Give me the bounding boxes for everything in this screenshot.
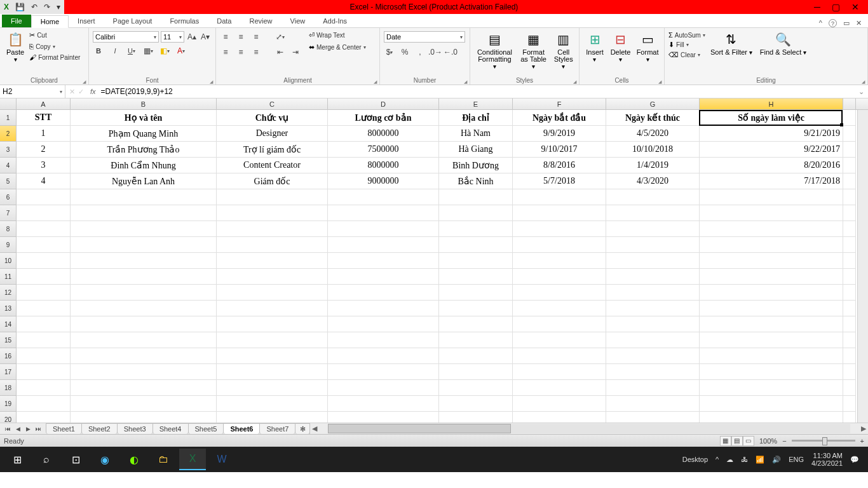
delete-cells-button[interactable]: ⊟Delete▾ [609,29,632,64]
cell[interactable] [439,396,513,412]
network-icon[interactable]: 🖧 [741,456,748,463]
cell[interactable] [17,189,71,205]
sort-filter-button[interactable]: ⇅Sort & Filter ▾ [708,29,755,57]
cell[interactable] [606,269,700,285]
increase-font-icon[interactable]: A▴ [186,31,198,43]
col-header-c[interactable]: C [217,98,328,109]
cell[interactable] [71,285,217,301]
cell[interactable] [700,189,843,205]
col-header-a[interactable]: A [17,98,71,109]
cell[interactable] [606,316,700,332]
sheet-tab[interactable]: Sheet6 [223,423,260,434]
cancel-formula-icon[interactable]: ✕ [69,88,75,96]
cell[interactable]: Chức vụ [217,110,328,126]
cell[interactable] [439,285,513,301]
cell[interactable] [217,205,328,221]
row-header[interactable]: 19 [0,396,17,412]
select-all-corner[interactable] [0,98,17,109]
row-header[interactable]: 10 [0,253,17,269]
increase-indent-icon[interactable]: ⇥ [290,46,301,58]
worksheet-grid[interactable]: A B C D E F G H 1STTHọ và tênChức vụLươn… [0,98,868,423]
view-tab[interactable]: View [281,15,315,27]
cell[interactable] [606,205,700,221]
cell[interactable] [328,205,439,221]
cell[interactable] [606,412,700,423]
cell[interactable] [217,253,328,269]
col-header-b[interactable]: B [71,98,217,109]
onedrive-icon[interactable]: ☁ [726,456,733,464]
cell[interactable] [513,221,606,237]
cell[interactable] [71,364,217,380]
cell[interactable] [606,301,700,316]
percent-icon[interactable]: % [399,46,410,58]
window-restore-icon[interactable]: ▭ [843,19,850,27]
sheet-tab[interactable]: Sheet4 [153,423,189,434]
decrease-indent-icon[interactable]: ⇤ [275,46,286,58]
cell[interactable]: Họ và tên [71,110,217,126]
cell[interactable]: Content Creator [217,158,328,173]
minimize-ribbon-icon[interactable]: ^ [819,19,822,27]
minimize-button[interactable]: ─ [814,2,820,12]
name-box[interactable]: H2▾ [0,85,65,98]
sheet-tab[interactable]: Sheet5 [188,423,224,434]
cell[interactable]: 1/4/2019 [606,158,700,173]
cell[interactable] [71,253,217,269]
merge-center-button[interactable]: ⬌Merge & Center▾ [309,43,366,51]
cell[interactable] [439,301,513,316]
cell[interactable]: 2 [17,142,71,158]
cell[interactable] [17,301,71,316]
cell[interactable] [606,221,700,237]
expand-formula-bar-icon[interactable]: ⌄ [855,88,868,96]
row-header[interactable]: 16 [0,348,17,364]
cell[interactable] [513,237,606,253]
save-icon[interactable]: 💾 [15,3,25,11]
cell[interactable] [328,316,439,332]
row-header[interactable]: 12 [0,285,17,301]
cell[interactable] [217,332,328,348]
cell[interactable] [606,396,700,412]
cell[interactable]: Bình Dương [439,158,513,173]
cell[interactable] [700,380,843,396]
start-button[interactable]: ⊞ [4,449,31,470]
fill-color-button[interactable]: ◧▾ [159,45,170,57]
cell[interactable] [439,221,513,237]
notifications-icon[interactable]: 💬 [850,456,859,464]
bold-button[interactable]: B [93,45,104,57]
row-header[interactable]: 17 [0,364,17,380]
cell[interactable]: Lương cơ bản [328,110,439,126]
cell[interactable] [513,412,606,423]
zoom-out-button[interactable]: − [782,437,786,445]
undo-icon[interactable]: ↶ [31,3,37,11]
cell[interactable] [17,348,71,364]
cell[interactable] [217,380,328,396]
paste-button[interactable]: 📋 Paste▾ [4,29,27,64]
col-header-f[interactable]: F [513,98,606,109]
cell[interactable] [439,237,513,253]
cell[interactable] [328,332,439,348]
currency-icon[interactable]: $▾ [384,46,395,58]
sheet-nav-buttons[interactable]: ⏮◀▶⏭ [0,426,46,432]
cell[interactable] [439,380,513,396]
row-header[interactable]: 2 [0,126,17,142]
row-header[interactable]: 7 [0,205,17,221]
clock[interactable]: 11:30 AM4/23/2021 [811,452,843,467]
align-right-icon[interactable]: ≡ [250,46,262,58]
horizontal-scrollbar[interactable]: ◀ ▶ [309,423,868,434]
sheet-tab[interactable]: Sheet2 [81,423,118,434]
comma-icon[interactable]: , [414,46,426,58]
cell[interactable]: 4/3/2020 [606,173,700,189]
cell[interactable] [606,253,700,269]
cell[interactable] [700,301,843,316]
cell[interactable] [439,332,513,348]
cell[interactable] [71,412,217,423]
cell[interactable] [513,332,606,348]
col-header-d[interactable]: D [328,98,439,109]
cell[interactable]: 1 [17,126,71,142]
cell[interactable] [606,237,700,253]
cell[interactable]: 4 [17,173,71,189]
cell[interactable] [700,332,843,348]
cell[interactable] [513,285,606,301]
copy-button[interactable]: ⎘Copy▾ [29,43,80,50]
cell[interactable]: Đinh Cẩm Nhung [71,158,217,173]
wifi-icon[interactable]: 📶 [756,456,764,464]
